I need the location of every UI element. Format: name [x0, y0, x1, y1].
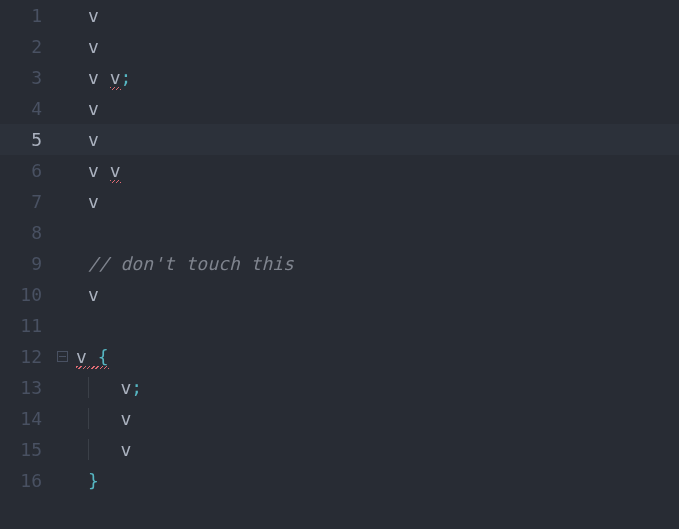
code-content[interactable]: v v;	[76, 62, 131, 93]
code-token	[88, 377, 121, 398]
line-number: 15	[0, 439, 48, 460]
code-token: v	[88, 284, 99, 305]
line-number: 5	[0, 129, 48, 150]
code-content[interactable]: v v	[76, 155, 121, 186]
editor-line-15[interactable]: 15 v	[0, 434, 679, 465]
line-number: 8	[0, 222, 48, 243]
line-number: 11	[0, 315, 48, 336]
line-number: 7	[0, 191, 48, 212]
code-token: v	[88, 36, 99, 57]
code-token: v	[88, 98, 99, 119]
editor-line-9[interactable]: 9// don't touch this	[0, 248, 679, 279]
code-content[interactable]: v	[76, 124, 99, 155]
code-token: v	[121, 377, 132, 398]
code-token	[87, 346, 98, 367]
code-token: v	[76, 346, 87, 367]
editor-line-4[interactable]: 4v	[0, 93, 679, 124]
code-token: v	[110, 67, 121, 88]
editor-line-11[interactable]: 11	[0, 310, 679, 341]
code-token: v	[121, 439, 132, 460]
line-number: 16	[0, 470, 48, 491]
editor-line-16[interactable]: 16}	[0, 465, 679, 496]
code-content[interactable]: }	[76, 465, 99, 496]
line-number: 12	[0, 346, 48, 367]
code-token	[99, 67, 110, 88]
line-number: 10	[0, 284, 48, 305]
editor-line-10[interactable]: 10v	[0, 279, 679, 310]
code-content[interactable]: v	[76, 434, 131, 465]
code-content[interactable]: v	[76, 186, 99, 217]
code-token: v	[121, 408, 132, 429]
punct-token: ;	[131, 377, 142, 398]
line-number: 9	[0, 253, 48, 274]
code-token	[99, 160, 110, 181]
code-token	[88, 439, 121, 460]
brace-token: {	[98, 346, 109, 367]
line-number: 6	[0, 160, 48, 181]
code-token: v	[88, 5, 99, 26]
editor-line-3[interactable]: 3v v;	[0, 62, 679, 93]
line-number: 4	[0, 98, 48, 119]
code-token: v	[110, 160, 121, 181]
code-token: v	[88, 67, 99, 88]
code-token: v	[88, 191, 99, 212]
editor-line-12[interactable]: 12v {	[0, 341, 679, 372]
editor-line-14[interactable]: 14 v	[0, 403, 679, 434]
editor-line-2[interactable]: 2v	[0, 31, 679, 62]
code-content[interactable]: v;	[76, 372, 142, 403]
code-content[interactable]: v {	[76, 341, 109, 372]
code-editor[interactable]: 1v2v3v v;4v5v6v v7v89// don't touch this…	[0, 0, 679, 496]
editor-line-13[interactable]: 13 v;	[0, 372, 679, 403]
line-number: 2	[0, 36, 48, 57]
editor-line-1[interactable]: 1v	[0, 0, 679, 31]
code-content[interactable]	[76, 217, 88, 248]
brace-token: }	[88, 470, 99, 491]
code-content[interactable]: v	[76, 279, 99, 310]
code-content[interactable]	[76, 310, 88, 341]
code-token	[88, 408, 121, 429]
code-content[interactable]: // don't touch this	[76, 248, 294, 279]
editor-line-5[interactable]: 5v	[0, 124, 679, 155]
editor-line-7[interactable]: 7v	[0, 186, 679, 217]
editor-line-6[interactable]: 6v v	[0, 155, 679, 186]
line-number: 14	[0, 408, 48, 429]
fold-collapse-icon[interactable]	[57, 351, 68, 362]
fold-gutter	[48, 351, 76, 362]
code-token: v	[88, 129, 99, 150]
code-token: v	[88, 160, 99, 181]
punct-token: ;	[121, 67, 132, 88]
code-content[interactable]: v	[76, 403, 131, 434]
editor-line-8[interactable]: 8	[0, 217, 679, 248]
comment-token: // don't touch this	[88, 253, 294, 274]
code-content[interactable]: v	[76, 93, 99, 124]
line-number: 13	[0, 377, 48, 398]
line-number: 1	[0, 5, 48, 26]
code-content[interactable]: v	[76, 0, 99, 31]
line-number: 3	[0, 67, 48, 88]
code-content[interactable]: v	[76, 31, 99, 62]
